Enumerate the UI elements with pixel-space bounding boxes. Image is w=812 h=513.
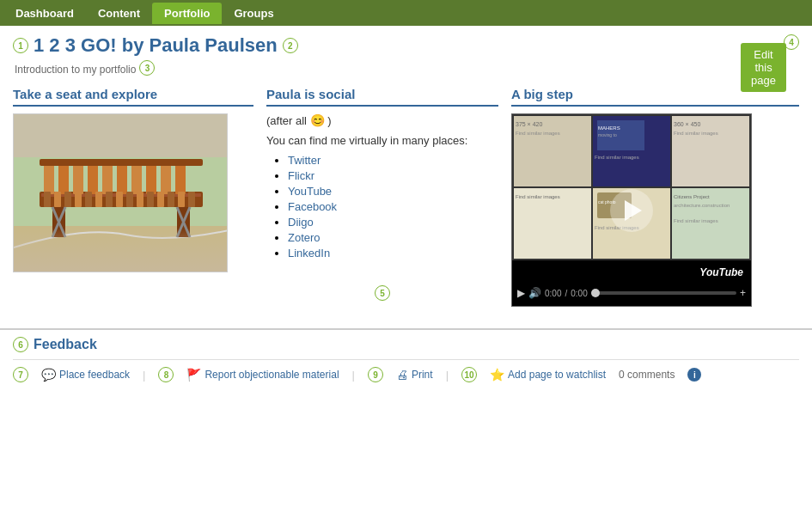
bench-image [13,113,228,272]
progress-handle [591,289,600,297]
svg-rect-7 [73,162,83,194]
svg-rect-19 [54,192,61,207]
svg-text:Find similar images: Find similar images [516,131,560,136]
svg-rect-14 [175,162,186,194]
linkedin-link[interactable]: LinkedIn [288,247,330,260]
list-item: Zotero [288,231,498,244]
svg-rect-31 [178,192,185,207]
comment-count: 0 comments [619,369,675,381]
svg-text:MAHERS: MAHERS [598,125,620,131]
svg-rect-29 [157,192,164,207]
mid-column: Paula is social (after all 😊 ) You can f… [266,87,498,307]
feedback-section: 6 Feedback 7 💬 Place feedback | 8 🚩 Repo… [0,328,812,386]
svg-rect-33 [14,114,228,157]
step2-badge: 2 [283,38,298,53]
step9-badge: 9 [368,367,383,382]
svg-point-1 [18,226,224,272]
feedback-title: 6 Feedback [13,337,799,352]
thumb-6: Citizens Project architecture.constructi… [672,188,749,259]
nav-tab-portfolio[interactable]: Portfolio [152,3,222,24]
page-title: 1 2 3 GO! by Paula Paulsen [34,34,278,57]
svg-rect-27 [137,192,143,207]
step3-badge: 3 [139,60,155,76]
svg-text:architecture.construction: architecture.construction [674,203,730,208]
list-item: Diigo [288,216,498,229]
step7-badge: 7 [13,367,28,382]
step1-badge: 1 [13,38,28,53]
play-pause-button[interactable]: ▶ [517,287,525,299]
svg-rect-32 [188,192,195,207]
youtube-link[interactable]: YouTube [288,185,332,198]
volume-button[interactable]: 🔊 [528,287,541,299]
step8-badge: 8 [158,367,174,382]
step6-badge: 6 [13,337,28,352]
fullscreen-button[interactable]: + [740,287,746,299]
diigo-link[interactable]: Diigo [288,216,314,229]
watchlist-button[interactable]: ⭐ Add page to watchlist [490,368,606,382]
report-button[interactable]: 🚩 Report objectionable material [186,368,339,382]
social-links-list: Twitter Flickr YouTube Facebook Diigo Zo… [266,154,498,260]
feedback-icon: 💬 [41,368,56,382]
svg-rect-25 [116,192,123,207]
place-feedback-button[interactable]: 💬 Place feedback [41,368,130,382]
nav-tab-dashboard[interactable]: Dashboard [3,3,86,24]
svg-text:moving to: moving to [598,132,617,137]
content-columns: Take a seat and explore [0,87,812,307]
svg-text:Find similar images: Find similar images [595,155,639,160]
svg-rect-12 [146,162,156,194]
video-controls: ▶ 🔊 0:00 / 0:00 + [512,280,751,306]
right-column: A big step 375 × 420 Find similar images… [511,87,799,307]
list-item: LinkedIn [288,247,498,260]
play-triangle-icon [625,200,642,221]
separator-1: | [143,369,145,382]
social-find-text: You can find me virtually in many places… [266,134,498,147]
nav-tab-content[interactable]: Content [86,3,152,24]
left-column: Take a seat and explore [13,87,253,307]
svg-rect-28 [147,192,154,207]
svg-rect-6 [58,162,69,194]
svg-rect-30 [168,192,174,207]
svg-text:Citizens Project: Citizens Project [674,194,710,199]
facebook-link[interactable]: Facebook [288,200,337,213]
left-col-title: Take a seat and explore [13,87,253,107]
svg-text:Find similar images: Find similar images [674,218,718,223]
svg-rect-10 [117,162,127,194]
time-separator: / [565,289,567,298]
list-item: Facebook [288,200,498,213]
mid-col-title: Paula is social [266,87,498,107]
video-thumbnail-grid: 375 × 420 Find similar images MAHERS mov… [512,114,751,260]
page-header: 1 1 2 3 GO! by Paula Paulsen 2 Introduct… [0,26,812,80]
star-icon: ⭐ [490,368,504,382]
progress-bar[interactable] [591,291,736,295]
list-item: Twitter [288,154,498,167]
zotero-link[interactable]: Zotero [288,231,321,244]
flag-icon: 🚩 [186,368,201,382]
flickr-link[interactable]: Flickr [288,169,314,182]
svg-rect-26 [126,192,133,207]
video-embed[interactable]: 375 × 420 Find similar images MAHERS mov… [511,113,752,307]
total-time: 0:00 [571,289,587,298]
svg-rect-23 [95,192,102,207]
svg-rect-21 [75,192,82,207]
step10-badge: 10 [461,367,477,382]
list-item: YouTube [288,185,498,198]
svg-rect-13 [161,162,171,194]
twitter-link[interactable]: Twitter [288,154,321,167]
main-nav: Dashboard Content Portfolio Groups [0,0,812,26]
svg-rect-11 [131,162,142,194]
play-button[interactable] [610,189,653,232]
step5-badge: 5 [375,285,390,301]
print-button[interactable]: 🖨 Print [396,368,433,382]
list-item: Flickr [288,169,498,182]
svg-rect-22 [85,192,92,207]
svg-text:375 × 420: 375 × 420 [516,121,542,127]
edit-page-button[interactable]: Edit this page [741,43,786,92]
svg-rect-20 [64,192,71,207]
smiley-icon: 😊 [310,113,325,127]
info-icon[interactable]: i [687,368,701,382]
youtube-logo: YouTube [695,265,748,280]
svg-text:Find similar images: Find similar images [516,194,560,199]
nav-tab-groups[interactable]: Groups [222,3,285,24]
svg-rect-18 [44,192,51,207]
svg-rect-8 [88,162,98,194]
